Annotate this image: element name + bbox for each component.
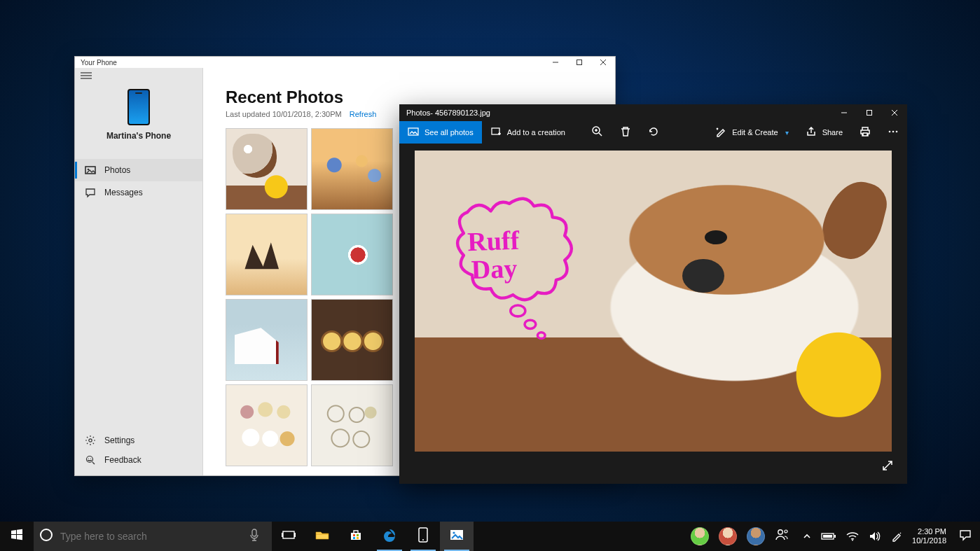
trash-icon xyxy=(619,125,632,139)
rotate-icon xyxy=(647,125,660,139)
pinned-contact[interactable] xyxy=(747,527,765,545)
phone-summary: Martina's Phone xyxy=(75,83,202,148)
add-to-creation-button[interactable]: Add to a creation xyxy=(482,121,574,144)
minimize-button[interactable] xyxy=(831,104,857,121)
last-updated-text: Last updated 10/01/2018, 2:30PM xyxy=(226,110,342,118)
photo-image[interactable]: Ruff Day xyxy=(415,151,892,452)
wifi-icon xyxy=(846,531,859,541)
svg-rect-19 xyxy=(283,531,294,538)
photo-thumbnail[interactable] xyxy=(311,384,393,466)
photo-stage: Ruff Day xyxy=(399,144,907,484)
photo-thumbnail[interactable] xyxy=(226,299,308,381)
battery-button[interactable] xyxy=(821,532,836,540)
svg-point-30 xyxy=(778,530,782,534)
messages-icon xyxy=(85,187,96,198)
fullscreen-button[interactable] xyxy=(881,459,895,475)
clock-date: 10/1/2018 xyxy=(912,536,946,545)
volume-icon xyxy=(869,531,881,542)
file-explorer-icon xyxy=(315,529,330,544)
minimize-button[interactable] xyxy=(544,57,567,68)
windows-icon xyxy=(11,529,23,544)
your-phone-titlebar[interactable]: Your Phone xyxy=(75,57,615,68)
photos-window-controls xyxy=(831,104,907,121)
mic-button[interactable] xyxy=(242,529,266,544)
task-view-button[interactable] xyxy=(272,522,305,551)
svg-point-29 xyxy=(453,531,455,533)
nav-feedback-label: Feedback xyxy=(104,455,142,465)
photo-thumbnail[interactable] xyxy=(311,299,393,381)
nav-settings[interactable]: Settings xyxy=(75,431,202,450)
action-center-button[interactable] xyxy=(951,522,980,551)
svg-point-11 xyxy=(889,131,891,133)
clock-time: 2:30 PM xyxy=(912,527,946,536)
pinned-contact[interactable] xyxy=(719,527,737,545)
start-button[interactable] xyxy=(0,522,34,551)
pinned-contact[interactable] xyxy=(691,527,709,545)
more-icon xyxy=(887,125,899,139)
photos-titlebar[interactable]: Photos- 4567890123.jpg xyxy=(399,104,907,121)
wifi-button[interactable] xyxy=(846,531,859,541)
search-box[interactable] xyxy=(34,522,272,551)
maximize-button[interactable] xyxy=(567,57,591,68)
svg-point-12 xyxy=(892,131,895,133)
your-phone-taskbar-button[interactable] xyxy=(406,522,440,551)
nav-messages[interactable]: Messages xyxy=(75,181,202,204)
file-explorer-button[interactable] xyxy=(305,522,339,551)
refresh-link[interactable]: Refresh xyxy=(350,110,377,118)
print-button[interactable] xyxy=(851,121,879,144)
cortana-icon xyxy=(39,528,53,545)
close-button[interactable] xyxy=(882,104,907,121)
svg-rect-33 xyxy=(834,535,836,538)
svg-point-13 xyxy=(896,131,898,133)
ink-workspace-button[interactable] xyxy=(891,531,902,542)
svg-rect-7 xyxy=(867,111,872,116)
svg-rect-25 xyxy=(357,537,359,539)
photo-thumbnail[interactable] xyxy=(311,128,393,210)
svg-point-35 xyxy=(852,540,853,541)
people-bar xyxy=(691,527,797,545)
photo-thumbnail[interactable] xyxy=(311,214,393,295)
photo-thumbnail[interactable] xyxy=(226,214,308,295)
add-to-creation-label: Add to a creation xyxy=(507,128,565,137)
phone-name: Martina's Phone xyxy=(75,131,202,141)
collection-icon xyxy=(408,126,419,139)
action-center-icon xyxy=(959,529,972,544)
volume-button[interactable] xyxy=(869,531,881,542)
svg-rect-22 xyxy=(353,534,355,536)
nav-photos[interactable]: Photos xyxy=(75,159,202,181)
delete-button[interactable] xyxy=(612,121,640,144)
edit-create-button[interactable]: Edit & Create ▾ xyxy=(707,121,796,144)
phone-icon xyxy=(417,527,429,545)
close-button[interactable] xyxy=(591,57,615,68)
people-button[interactable] xyxy=(775,528,790,545)
photo-thumbnail[interactable] xyxy=(226,128,308,210)
share-icon xyxy=(806,126,817,139)
edge-button[interactable] xyxy=(373,522,406,551)
tray-overflow-button[interactable] xyxy=(803,532,811,540)
nav-messages-label: Messages xyxy=(104,188,143,197)
microphone-icon xyxy=(249,529,259,544)
svg-rect-1 xyxy=(577,60,582,65)
rotate-button[interactable] xyxy=(640,121,668,144)
search-input[interactable] xyxy=(60,531,235,542)
chevron-down-icon: ▾ xyxy=(785,129,789,137)
photos-taskbar-button[interactable] xyxy=(440,522,474,551)
see-all-photos-label: See all photos xyxy=(425,128,474,137)
zoom-button[interactable] xyxy=(584,121,612,144)
edge-icon xyxy=(382,528,396,545)
photo-thumbnail[interactable] xyxy=(226,384,308,466)
see-all-photos-button[interactable]: See all photos xyxy=(399,121,482,144)
hamburger-button[interactable] xyxy=(75,68,202,83)
maximize-button[interactable] xyxy=(857,104,882,121)
nav-feedback[interactable]: Feedback xyxy=(75,450,202,470)
pen-icon xyxy=(891,531,902,542)
svg-point-5 xyxy=(87,456,93,463)
share-button[interactable]: Share xyxy=(797,121,851,144)
print-icon xyxy=(859,125,871,139)
svg-point-16 xyxy=(537,333,545,339)
clock[interactable]: 2:30 PM 10/1/2018 xyxy=(908,527,951,545)
microsoft-store-button[interactable] xyxy=(339,522,373,551)
people-icon xyxy=(775,532,790,544)
taskbar: 2:30 PM 10/1/2018 xyxy=(0,522,980,551)
more-button[interactable] xyxy=(879,121,907,144)
